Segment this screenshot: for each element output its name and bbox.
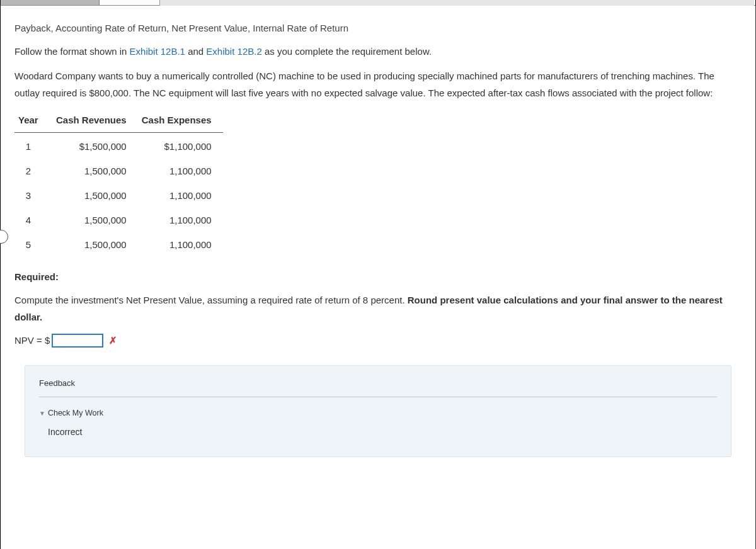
cell-revenue: 1,500,000	[52, 159, 138, 183]
cell-expense: 1,100,000	[138, 232, 223, 257]
main-content: Payback, Accounting Rate of Return, Net …	[1, 6, 755, 457]
link-exhibit-2[interactable]: Exhibit 12B.2	[206, 46, 261, 57]
npv-answer-line: NPV = $ ✗	[14, 332, 742, 349]
table-row: 21,500,0001,100,000	[14, 159, 223, 183]
feedback-result: Incorrect	[48, 424, 717, 440]
npv-input[interactable]	[52, 334, 103, 348]
cell-year: 3	[14, 183, 52, 208]
table-row: 1$1,500,000$1,100,000	[14, 133, 223, 159]
cell-year: 5	[14, 232, 52, 257]
feedback-panel: Feedback ▼ Check My Work Incorrect	[25, 365, 731, 457]
col-header-year: Year	[14, 108, 52, 133]
npv-prefix: NPV = $	[14, 332, 50, 349]
chevron-down-icon: ▼	[39, 408, 45, 419]
check-my-work-label: Check My Work	[48, 406, 103, 421]
problem-text: Woodard Company wants to buy a numerical…	[14, 67, 742, 101]
cell-year: 4	[14, 208, 52, 232]
instruction-line: Follow the format shown in Exhibit 12B.1…	[14, 43, 742, 60]
cell-expense: $1,100,000	[138, 133, 223, 159]
cell-expense: 1,100,000	[138, 183, 223, 208]
required-label: Required:	[14, 268, 742, 285]
cell-year: 1	[14, 133, 52, 159]
horizontal-scroll-track[interactable]	[159, 0, 754, 6]
table-row: 41,500,0001,100,000	[14, 208, 223, 232]
cell-expense: 1,100,000	[138, 159, 223, 183]
link-exhibit-1[interactable]: Exhibit 12B.1	[130, 46, 185, 57]
cell-revenue: 1,500,000	[52, 183, 138, 208]
cell-year: 2	[14, 159, 52, 183]
feedback-title: Feedback	[39, 376, 717, 397]
cell-revenue: $1,500,000	[52, 133, 138, 159]
col-header-expenses: Cash Expenses	[138, 108, 223, 133]
col-header-revenues: Cash Revenues	[52, 108, 138, 133]
instruction-suffix: as you complete the requirement below.	[262, 46, 432, 57]
check-my-work-toggle[interactable]: ▼ Check My Work	[39, 406, 717, 421]
window-top-bar	[1, 0, 755, 6]
cell-expense: 1,100,000	[138, 208, 223, 232]
incorrect-icon: ✗	[109, 332, 117, 349]
instruction-mid: and	[185, 46, 206, 57]
section-title: Payback, Accounting Rate of Return, Net …	[14, 20, 742, 37]
cell-revenue: 1,500,000	[52, 232, 138, 257]
cash-flow-table: Year Cash Revenues Cash Expenses 1$1,500…	[14, 108, 223, 257]
question-text: Compute the investment's Net Present Val…	[14, 291, 742, 325]
instruction-prefix: Follow the format shown in	[14, 46, 130, 57]
table-row: 51,500,0001,100,000	[14, 232, 223, 257]
table-row: 31,500,0001,100,000	[14, 183, 223, 208]
cell-revenue: 1,500,000	[52, 208, 138, 232]
question-prefix: Compute the investment's Net Present Val…	[14, 295, 408, 305]
